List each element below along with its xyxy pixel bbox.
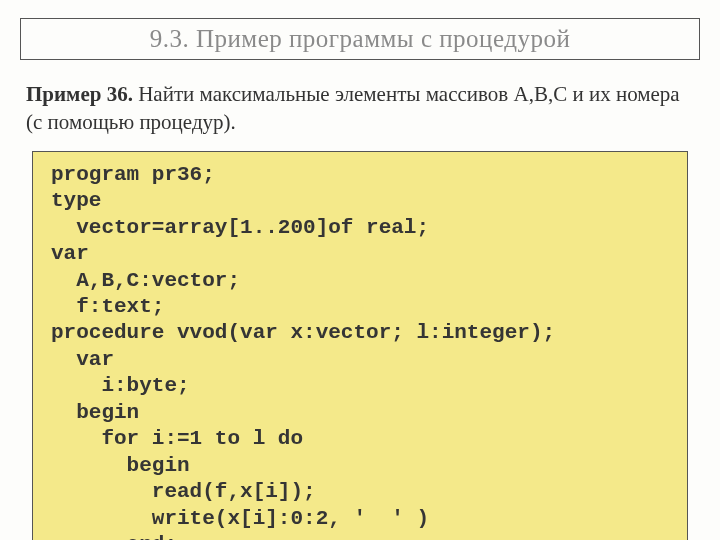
problem-label: Пример 36. [26,82,133,106]
problem-statement: Пример 36. Найти максимальные элементы м… [26,80,694,137]
code-block: program pr36; type vector=array[1..200]o… [32,151,688,540]
section-title: 9.3. Пример программы с процедурой [37,25,683,53]
section-title-box: 9.3. Пример программы с процедурой [20,18,700,60]
